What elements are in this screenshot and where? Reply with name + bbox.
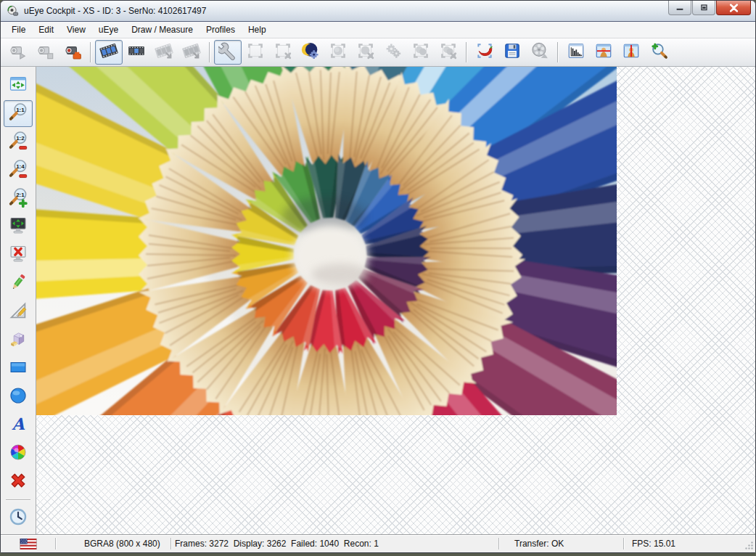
frame-circle-x-icon	[356, 41, 375, 63]
horizontal-line-profile-button[interactable]	[590, 40, 617, 65]
close-button[interactable]	[716, 1, 751, 15]
status-pixel-format: BGRA8 (800 x 480)	[57, 535, 170, 552]
measure-button[interactable]	[4, 298, 33, 325]
menu-view[interactable]: View	[60, 23, 92, 37]
menu-profiles[interactable]: Profiles	[200, 23, 242, 37]
svg-text:A: A	[11, 414, 25, 433]
zoom-1-2-button[interactable]: 1:2	[4, 128, 33, 155]
toolbar-separator	[466, 42, 467, 62]
define-aoi-object-button	[324, 40, 352, 65]
menu-ueye[interactable]: uEye	[92, 23, 125, 37]
camera-play-icon	[8, 41, 27, 63]
camera-square-icon	[36, 41, 54, 63]
clock-icon	[8, 507, 28, 530]
frame-x-icon	[274, 41, 292, 63]
chili-icon	[475, 41, 494, 63]
us-flag-icon	[20, 539, 37, 549]
frame-circles-icon	[411, 41, 430, 63]
record-movie-button	[526, 40, 554, 65]
letter-a-icon: A	[8, 414, 28, 437]
zoom-plus-icon	[649, 41, 668, 63]
full-screen-button[interactable]	[4, 213, 33, 240]
timestamp-button[interactable]	[4, 504, 33, 531]
svg-text:1:2: 1:2	[16, 134, 25, 141]
red-x-icon	[8, 470, 28, 494]
profile-v-icon	[622, 41, 641, 63]
mag-minus-icon: 1:4	[8, 159, 28, 182]
sidebar-separator	[6, 499, 30, 501]
film-snapshot-icon	[127, 41, 146, 63]
svg-text:1:4: 1:4	[16, 163, 25, 169]
menu-bar: FileEditViewuEyeDraw / MeasureProfilesHe…	[1, 22, 755, 38]
window-controls	[667, 1, 751, 21]
zoom-1-1-button[interactable]: 1:1	[4, 100, 33, 127]
resize-grip[interactable]	[744, 540, 754, 552]
gears-icon	[384, 41, 403, 63]
open-camera-button	[4, 40, 31, 65]
title-bar: uEye Cockpit - XS - ID: 3 - SerNo: 41026…	[1, 1, 755, 22]
menu-help[interactable]: Help	[242, 23, 273, 37]
auto-features-button[interactable]	[297, 40, 324, 65]
close-camera-button[interactable]	[59, 40, 86, 65]
exit-full-screen-button[interactable]	[4, 242, 33, 269]
pencil-icon	[8, 272, 28, 295]
wrench-icon	[218, 41, 237, 63]
draw-rectangle-button[interactable]	[4, 355, 33, 382]
vertical-line-profile-button[interactable]	[617, 40, 645, 65]
process-settings-button	[379, 40, 407, 65]
main-toolbar	[1, 38, 755, 67]
histogram-icon	[567, 41, 586, 63]
eraser-cube-icon	[8, 329, 28, 352]
status-fps: FPS: 15.01	[625, 535, 739, 552]
content-area: 1:1 1:2 1:4 2:1 A	[1, 67, 755, 534]
zoom-1-4-button[interactable]: 1:4	[4, 157, 33, 184]
histogram-button[interactable]	[562, 40, 590, 65]
multi-aoi-button	[407, 40, 435, 65]
hotpixel-correction-button[interactable]	[471, 40, 498, 65]
zoom-2-1-button[interactable]: 2:1	[4, 185, 33, 212]
erase-drawing-button[interactable]	[4, 327, 33, 353]
delete-drawings-button[interactable]	[4, 468, 33, 495]
circle-blue-icon	[8, 385, 28, 409]
monitor-arrows-icon	[8, 216, 28, 239]
minimize-button[interactable]	[668, 1, 691, 15]
menu-draw-measure[interactable]: Draw / Measure	[125, 23, 200, 37]
mag-plus-icon: 2:1	[8, 187, 28, 210]
reel-icon	[530, 41, 549, 63]
pixel-color-button[interactable]	[4, 440, 33, 467]
open-next-camera-button	[31, 40, 59, 65]
toolbar-separator	[557, 42, 559, 62]
live-video-button[interactable]	[95, 40, 123, 65]
color-wheel-icon	[8, 442, 28, 465]
delete-multi-aoi-button	[435, 40, 462, 65]
define-aoi-button	[242, 40, 269, 65]
language-flag-cell	[1, 535, 55, 552]
record-sequence-2-button	[178, 40, 205, 65]
draw-circle-button[interactable]	[4, 383, 33, 410]
restore-button[interactable]	[692, 1, 715, 15]
svg-text:2:1: 2:1	[16, 191, 25, 197]
mag-icon: 1:1	[8, 102, 28, 126]
delete-aoi-button	[269, 40, 297, 65]
ueye-logo-icon	[7, 5, 20, 17]
status-bar: BGRA8 (800 x 480) Frames: 3272 Display: …	[1, 534, 755, 552]
film-arrow-icon	[155, 41, 173, 63]
frame-circle-icon	[329, 41, 348, 63]
menu-edit[interactable]: Edit	[32, 23, 60, 37]
image-viewport	[36, 67, 755, 534]
draw-text-button[interactable]: A	[4, 412, 33, 438]
snapshot-button[interactable]	[123, 40, 150, 65]
draw-pencil-button[interactable]	[4, 270, 33, 297]
fit-to-window-button[interactable]	[4, 72, 33, 99]
toolbar-separator	[209, 42, 210, 62]
profile-h-icon	[594, 41, 613, 63]
mag-minus-icon: 1:2	[8, 131, 28, 154]
zoom-in-button[interactable]	[645, 40, 673, 65]
view-toolbar: 1:1 1:2 1:4 2:1 A	[1, 67, 36, 534]
status-transfer: Transfer: OK	[500, 535, 623, 552]
camera-properties-button[interactable]	[214, 40, 242, 65]
toolbar-separator	[90, 42, 91, 62]
frame-icon	[246, 41, 265, 63]
menu-file[interactable]: File	[5, 23, 32, 37]
save-image-button[interactable]	[498, 40, 526, 65]
